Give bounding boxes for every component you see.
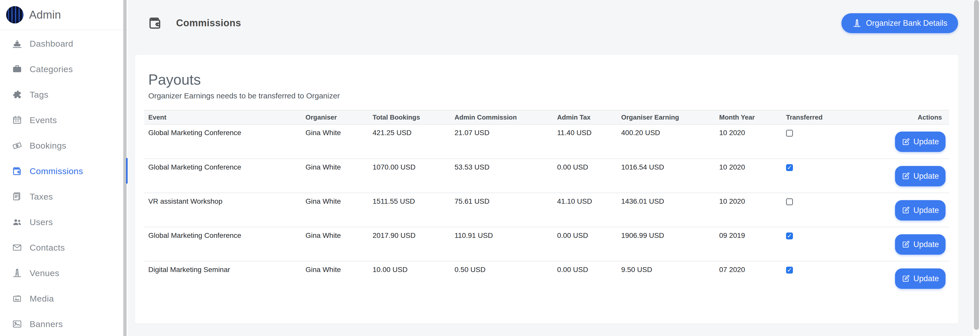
transferred-checkbox[interactable]	[786, 164, 793, 171]
cell-total-bookings: 10.00 USD	[369, 261, 450, 295]
main-content: Commissions Organizer Bank Details Payou…	[127, 0, 973, 336]
sidebar-item-venues[interactable]: Venues	[0, 260, 123, 286]
sidebar-item-dashboard[interactable]: Dashboard	[0, 31, 123, 56]
cell-organiser-earning: 1906.99 USD	[617, 227, 715, 261]
cell-transferred	[782, 124, 889, 158]
cell-organiser-earning: 400.20 USD	[617, 124, 715, 158]
cell-admin-tax: 11.40 USD	[553, 124, 617, 158]
admin-avatar	[6, 6, 24, 24]
sidebar-item-contacts[interactable]: Contacts	[0, 235, 123, 260]
update-button[interactable]: Update	[895, 268, 945, 289]
update-button-label: Update	[913, 240, 939, 249]
sidebar-item-tags[interactable]: Tags	[0, 82, 123, 107]
cell-transferred	[782, 158, 889, 193]
cell-event: Global Marketing Conference	[144, 158, 301, 193]
banknote-icon	[12, 140, 22, 151]
cell-month-year: 10 2020	[715, 158, 782, 193]
update-button[interactable]: Update	[895, 166, 945, 186]
sidebar-item-categories[interactable]: Categories	[0, 56, 123, 82]
column-header-admin-commission: Admin Commission	[450, 110, 553, 124]
cell-organiser-earning: 9.50 USD	[617, 261, 715, 295]
scrollbar-thumb[interactable]	[974, 0, 979, 330]
update-button-label: Update	[913, 137, 939, 146]
payouts-subtitle: Organizer Earnings needs to be transferr…	[148, 92, 949, 100]
sidebar-item-label: Contacts	[30, 243, 65, 253]
edit-icon	[902, 172, 910, 180]
cell-month-year: 09 2019	[715, 227, 782, 261]
cell-admin-commission: 75.61 USD	[450, 193, 553, 227]
cell-admin-tax: 41.10 USD	[553, 193, 617, 227]
column-header-event: Event	[144, 110, 301, 124]
edit-icon	[902, 138, 910, 146]
transferred-checkbox[interactable]	[786, 130, 793, 137]
photos-icon	[12, 293, 22, 304]
column-header-admin-tax: Admin Tax	[553, 110, 617, 124]
cell-event: Global Marketing Conference	[144, 227, 301, 261]
organizer-bank-details-button[interactable]: Organizer Bank Details	[842, 13, 958, 33]
bank-lighthouse-icon	[852, 18, 862, 28]
calendar-icon	[12, 115, 22, 125]
wallet-icon	[148, 15, 163, 30]
sidebar-item-banners[interactable]: Banners	[0, 311, 123, 336]
sidebar-item-commissions[interactable]: Commissions	[0, 158, 123, 184]
sidebar-item-bookings[interactable]: Bookings	[0, 133, 123, 158]
column-header-actions: Actions	[889, 110, 949, 124]
cell-admin-tax: 0.00 USD	[553, 158, 617, 193]
update-button[interactable]: Update	[895, 234, 945, 255]
brand-label: Admin	[29, 8, 61, 21]
sidebar-item-taxes[interactable]: Taxes	[0, 184, 123, 209]
update-button-label: Update	[913, 171, 939, 181]
transferred-checkbox[interactable]	[786, 233, 793, 239]
payouts-heading: Payouts	[148, 71, 949, 88]
sidebar-nav: DashboardCategoriesTagsEventsBookingsCom…	[0, 31, 123, 336]
cell-actions: Update	[889, 124, 949, 158]
cell-total-bookings: 1070.00 USD	[369, 158, 450, 193]
puzzle-icon	[12, 89, 22, 100]
cell-admin-commission: 53.53 USD	[450, 158, 553, 193]
cell-total-bookings: 421.25 USD	[369, 124, 450, 158]
cell-actions: Update	[889, 261, 949, 295]
sidebar-item-label: Media	[30, 294, 54, 304]
cell-admin-commission: 21.07 USD	[450, 124, 553, 158]
update-button[interactable]: Update	[895, 200, 945, 220]
sidebar-item-media[interactable]: Media	[0, 286, 123, 311]
column-header-month-year: Month Year	[715, 110, 782, 124]
payouts-card: Payouts Organizer Earnings needs to be t…	[135, 55, 958, 323]
cell-organiser: Gina White	[301, 158, 369, 193]
cell-organiser-earning: 1016.54 USD	[617, 158, 715, 193]
cell-transferred	[782, 227, 889, 261]
transferred-checkbox[interactable]	[786, 198, 793, 205]
cell-actions: Update	[889, 193, 949, 227]
column-header-organiser: Organiser	[301, 110, 369, 124]
sidebar-item-label: Users	[30, 217, 53, 227]
cell-admin-tax: 0.00 USD	[553, 261, 617, 295]
edit-icon	[902, 240, 910, 249]
users-icon	[12, 217, 22, 227]
transferred-checkbox[interactable]	[786, 267, 793, 274]
page-header: Commissions	[148, 15, 241, 30]
cell-event: Global Marketing Conference	[144, 124, 301, 158]
cell-organiser-earning: 1436.01 USD	[617, 193, 715, 227]
cell-event: VR assistant Workshop	[144, 193, 301, 227]
sidebar-item-events[interactable]: Events	[0, 107, 123, 133]
sidebar-item-users[interactable]: Users	[0, 209, 123, 235]
cell-transferred	[782, 261, 889, 295]
sidebar-item-label: Tags	[30, 90, 48, 100]
sidebar-header: Admin	[0, 0, 127, 30]
sidebar-item-label: Bookings	[30, 141, 66, 151]
document-icon	[12, 191, 22, 202]
ship-icon	[12, 38, 22, 49]
sidebar-item-label: Events	[30, 115, 57, 125]
update-button[interactable]: Update	[895, 132, 945, 152]
table-row: Digital Marketing SeminarGina White10.00…	[144, 261, 949, 295]
cell-month-year: 10 2020	[715, 124, 782, 158]
sidebar-item-label: Venues	[30, 268, 59, 278]
lighthouse-icon	[12, 268, 22, 278]
cell-actions: Update	[889, 158, 949, 193]
briefcase-icon	[12, 64, 22, 74]
cell-admin-commission: 0.50 USD	[450, 261, 553, 295]
cell-event: Digital Marketing Seminar	[144, 261, 301, 295]
page-scrollbar[interactable]	[973, 0, 980, 336]
payouts-table: EventOrganiserTotal BookingsAdmin Commis…	[144, 110, 949, 295]
cell-month-year: 07 2020	[715, 261, 782, 295]
